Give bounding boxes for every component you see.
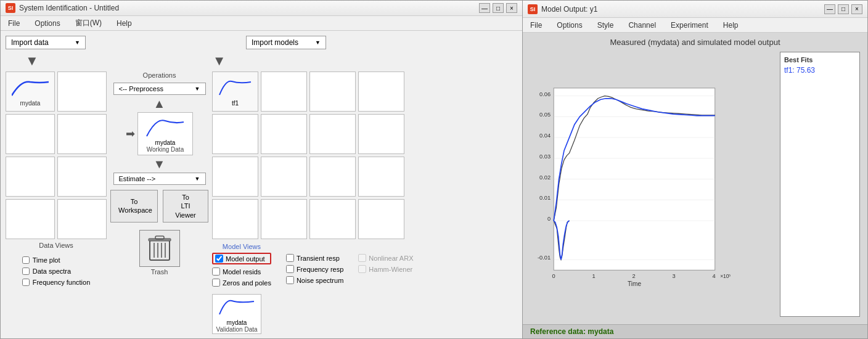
checkbox-zeros-poles[interactable]: Zeros and poles — [212, 279, 271, 287]
checkbox-model-output-input[interactable] — [215, 255, 223, 263]
checkbox-noise-spectrum-input[interactable] — [286, 276, 294, 284]
model-cell-empty-15[interactable] — [358, 199, 404, 239]
model-cell-empty-11[interactable] — [358, 157, 404, 197]
model-cell-empty-6[interactable] — [309, 114, 356, 154]
trash-area[interactable]: Trash — [139, 230, 180, 276]
mo-menu-help[interactable]: Help — [721, 20, 741, 30]
mo-window-controls[interactable]: — □ × — [824, 4, 862, 14]
mo-close-btn[interactable]: × — [851, 4, 862, 14]
svg-text:1: 1 — [592, 273, 596, 279]
to-workspace-btn[interactable]: ToWorkspace — [110, 190, 158, 223]
model-cell-empty-4[interactable] — [212, 114, 258, 154]
si-window-controls[interactable]: — □ × — [479, 3, 517, 13]
model-cell-empty-13[interactable] — [261, 199, 307, 239]
svg-text:Time: Time — [628, 280, 641, 287]
si-menu-file[interactable]: File — [6, 18, 22, 28]
model-cell-tf1-svg — [218, 76, 252, 100]
model-cell-empty-9[interactable] — [261, 157, 307, 197]
data-cell-empty-7[interactable] — [57, 199, 107, 239]
checkbox-data-spectra[interactable]: Data spectra — [22, 268, 91, 275]
model-cell-empty-12[interactable] — [212, 199, 258, 239]
model-cell-empty-10[interactable] — [309, 157, 356, 197]
chart-container: 0.06 0.05 0.04 0.03 0.02 0.01 0 -0.01 — [528, 49, 777, 319]
preprocess-btn[interactable]: <-- Preprocess — [113, 83, 206, 95]
best-fits-item-tf1: tf1: 75.63 — [784, 66, 856, 75]
mo-menubar: File Options Style Channel Experiment He… — [523, 18, 867, 33]
trash-icon-container[interactable] — [139, 230, 180, 267]
checkbox-transient[interactable]: Transient resp — [286, 254, 343, 262]
svg-text:0.02: 0.02 — [539, 174, 551, 181]
checkbox-hamm-wiener[interactable]: Hamm-Wiener — [358, 265, 413, 273]
checkbox-model-resids-input[interactable] — [212, 268, 220, 276]
mo-menu-options[interactable]: Options — [554, 20, 584, 30]
working-data-box[interactable]: mydata Working Data — [137, 112, 193, 155]
checkbox-time-plot-input[interactable] — [22, 256, 30, 264]
checkbox-time-plot[interactable]: Time plot — [22, 256, 91, 264]
checkbox-nonlinear-arx[interactable]: Nonlinear ARX — [358, 254, 413, 262]
svg-rect-0 — [150, 240, 170, 260]
checkbox-data-spectra-input[interactable] — [22, 268, 30, 275]
model-cell-empty-7[interactable] — [358, 114, 404, 154]
validation-data-box[interactable]: mydata Validation Data — [212, 294, 261, 334]
model-cell-tf1-label: tf1 — [232, 100, 239, 107]
checkbox-model-output[interactable]: Model output — [212, 253, 271, 264]
mo-menu-channel[interactable]: Channel — [626, 20, 658, 30]
svg-text:0: 0 — [552, 273, 555, 279]
si-title-bar: SI System Identification - Untitled — □ … — [1, 1, 522, 16]
checkbox-transient-label: Transient resp — [297, 255, 340, 262]
si-app-icon: SI — [6, 3, 15, 13]
si-menu-help[interactable]: Help — [114, 18, 134, 28]
data-checkboxes: Time plot Data spectra Frequency functio… — [22, 256, 91, 286]
checkbox-freq-function-input[interactable] — [22, 279, 30, 286]
model-checkboxes: Model output Model resids Zeros and pole… — [212, 253, 271, 287]
data-cell-mydata[interactable]: mydata — [6, 71, 55, 112]
to-lti-btn[interactable]: ToLTI Viewer — [163, 190, 208, 223]
data-cell-empty-5[interactable] — [57, 157, 107, 197]
si-minimize-btn[interactable]: — — [479, 3, 490, 13]
model-cell-empty-8[interactable] — [212, 157, 258, 197]
model-cell-empty-1[interactable] — [261, 71, 307, 112]
trash-svg — [147, 234, 172, 263]
checkbox-freq-resp-input[interactable] — [286, 265, 294, 273]
checkbox-noise-spectrum[interactable]: Noise spectrum — [286, 276, 343, 284]
checkbox-model-resids-label: Model resids — [223, 268, 261, 276]
checkbox-model-output-label: Model output — [226, 255, 265, 263]
model-cell-empty-3[interactable] — [358, 71, 404, 112]
checkbox-zeros-poles-input[interactable] — [212, 279, 220, 287]
checkbox-hamm-wiener-label: Hamm-Wiener — [369, 266, 412, 273]
estimate-btn[interactable]: Estimate --> — [113, 173, 206, 185]
model-cell-empty-2[interactable] — [309, 71, 356, 112]
si-title-text: System Identification - Untitled — [19, 4, 119, 12]
data-cell-empty-6[interactable] — [6, 199, 55, 239]
mo-menu-experiment[interactable]: Experiment — [668, 20, 711, 30]
checkbox-hamm-wiener-input[interactable] — [358, 265, 366, 273]
model-cell-empty-5[interactable] — [261, 114, 307, 154]
si-menu-options[interactable]: Options — [32, 18, 62, 28]
model-cell-tf1[interactable]: tf1 — [212, 71, 258, 112]
import-data-dropdown[interactable]: Import data — [6, 36, 86, 49]
mo-menu-style[interactable]: Style — [595, 20, 616, 30]
si-maximize-btn[interactable]: □ — [493, 3, 504, 13]
checkbox-transient-input[interactable] — [286, 254, 294, 262]
svg-text:0.01: 0.01 — [539, 195, 551, 201]
checkbox-nonlinear-arx-input[interactable] — [358, 254, 366, 262]
mo-title-bar: SI Model Output: y1 — □ × — [523, 1, 867, 18]
data-cell-empty-3[interactable] — [57, 114, 107, 154]
model-cell-empty-14[interactable] — [309, 199, 356, 239]
validation-row: mydata Validation Data — [212, 292, 261, 334]
mo-maximize-btn[interactable]: □ — [838, 4, 849, 14]
mo-menu-file[interactable]: File — [528, 20, 544, 30]
mo-title-left: SI Model Output: y1 — [528, 4, 597, 14]
mo-minimize-btn[interactable]: — — [824, 4, 835, 14]
data-cell-empty-2[interactable] — [6, 114, 55, 154]
import-models-dropdown[interactable]: Import models — [246, 36, 326, 49]
data-cell-empty-1[interactable] — [57, 71, 107, 112]
checkbox-model-resids[interactable]: Model resids — [212, 268, 271, 276]
data-cell-empty-4[interactable] — [6, 157, 55, 197]
si-menu-window[interactable]: 窗口(W) — [73, 17, 104, 29]
checkbox-freq-resp[interactable]: Frequency resp — [286, 265, 343, 273]
data-views-label: Data Views — [39, 242, 73, 249]
chart-svg: 0.06 0.05 0.04 0.03 0.02 0.01 0 -0.01 — [528, 49, 777, 319]
checkbox-freq-function[interactable]: Frequency function — [22, 279, 91, 286]
si-close-btn[interactable]: × — [506, 3, 517, 13]
